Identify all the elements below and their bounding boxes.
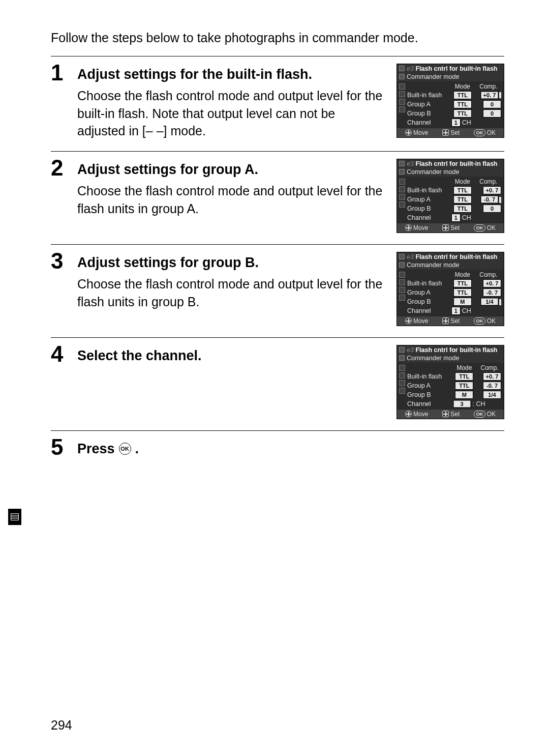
camera-menu-screenshot: e3 Flash cntrl for built-in flash Comman… (396, 159, 504, 233)
press-suffix: . (135, 440, 139, 458)
ok-icon: OK (474, 224, 485, 231)
channel-value: 1 (451, 119, 461, 127)
row-label: Group A (406, 100, 450, 109)
status-set: Set (450, 129, 460, 136)
dpad-icon (442, 129, 449, 136)
mode-value: M (453, 298, 472, 306)
breadcrumb-label: Commander mode (407, 261, 460, 269)
step-item: 4 Select the channel. e3 Flash cntrl for… (51, 338, 504, 430)
menu-row: Group A TTL -0. 7 (406, 288, 502, 297)
press-prefix: Press (77, 440, 115, 458)
row-label: Built-in flash (406, 372, 452, 381)
step-title: Adjust settings for group B. (77, 254, 383, 272)
step-description: Choose the flash control mode and output… (77, 182, 383, 217)
channel-row: Channel 3: CH (406, 399, 502, 409)
status-ok: OK (487, 411, 496, 418)
channel-row: Channel 1CH (406, 213, 502, 222)
channel-value: 3 (453, 400, 471, 408)
breadcrumb-label: Commander mode (407, 168, 460, 176)
mode-value: TTL (453, 205, 472, 213)
side-icon (399, 380, 405, 386)
menu-table: ModeComp. Built-in flash TTL +0. 7 Group… (406, 364, 502, 409)
col-header-comp: Comp. (475, 271, 502, 279)
side-icon (399, 272, 405, 278)
side-icon (399, 194, 405, 200)
status-move: Move (413, 129, 428, 136)
menu-title: e3 Flash cntrl for built-in flash (407, 346, 498, 354)
mode-value: TTL (453, 288, 472, 297)
comp-value: 1/4 (480, 298, 499, 306)
row-label: Built-in flash (406, 279, 450, 288)
col-header-mode: Mode (450, 82, 475, 91)
menu-breadcrumb: Commander mode (397, 261, 504, 270)
ok-icon: OK (474, 317, 485, 325)
step-item: 2 Adjust settings for group A. Choose th… (51, 152, 504, 244)
row-label: Built-in flash (406, 186, 450, 195)
menu-row: Built-in flash TTL +0. 7 (406, 91, 502, 100)
menu-statusbar: Move Set OKOK (397, 128, 504, 137)
menu-table: ModeComp. Built-in flash TTL +0. 7 Group… (406, 271, 502, 315)
menu-statusbar: Move Set OKOK (397, 410, 504, 419)
step-item: 1 Adjust settings for the built-in flash… (51, 56, 504, 151)
cursor-indicator (499, 299, 501, 305)
comp-value: +0. 7 (483, 186, 501, 194)
camera-menu-screenshot: e3 Flash cntrl for built-in flash Comman… (396, 345, 504, 419)
comp-value: 1/4 (483, 391, 501, 399)
page-margin-tab-icon (8, 509, 21, 525)
menu-row: Group B TTL 0 (406, 109, 502, 118)
menu-side-icons (397, 81, 406, 128)
side-icon (399, 186, 405, 192)
comp-value: +0. 7 (483, 279, 501, 287)
ok-button-icon: OK (119, 443, 131, 455)
step-title: Adjust settings for the built-in flash. (77, 66, 383, 83)
intro-text: Follow the steps below to take photograp… (51, 30, 504, 47)
menu-statusbar: Move Set OKOK (397, 316, 504, 326)
side-icon (399, 83, 405, 90)
channel-suffix: CH (462, 307, 471, 314)
comp-value: 0 (483, 100, 501, 108)
manual-page: Follow the steps below to take photograp… (0, 0, 549, 756)
dpad-icon (442, 411, 449, 417)
step-description: Choose the flash control mode and output… (77, 87, 383, 140)
channel-label: Channel (406, 118, 450, 127)
mode-value: TTL (453, 195, 472, 203)
step-title: Adjust settings for group A. (77, 161, 383, 179)
dpad-icon (442, 317, 449, 324)
step-item: 5 Press OK . (51, 431, 504, 473)
comp-value: 0 (483, 205, 501, 213)
comp-value: +0. 7 (483, 372, 501, 381)
mode-value: TTL (453, 109, 472, 118)
step-number: 3 (51, 250, 77, 272)
row-label: Group A (406, 381, 452, 390)
status-ok: OK (487, 224, 496, 231)
titlebar-icon (399, 254, 405, 259)
menu-breadcrumb: Commander mode (397, 168, 504, 177)
side-icon (399, 388, 405, 394)
col-header-mode: Mode (450, 178, 475, 186)
step-number: 1 (51, 62, 77, 84)
channel-suffix: CH (462, 214, 471, 221)
dpad-icon (442, 224, 449, 231)
col-header-comp: Comp. (477, 364, 502, 372)
menu-row: Group B TTL 0 (406, 204, 502, 213)
channel-label: Channel (406, 399, 452, 409)
step-number: 4 (51, 343, 77, 365)
page-number: 294 (51, 718, 72, 733)
titlebar-icon (399, 161, 405, 166)
menu-title: e3 Flash cntrl for built-in flash (407, 253, 498, 260)
col-header-mode: Mode (452, 364, 477, 372)
channel-label: Channel (406, 213, 450, 222)
step-number: 2 (51, 157, 77, 179)
channel-value: 1 (451, 214, 461, 222)
menu-table: ModeComp. Built-in flash TTL +0. 7 Group… (406, 178, 502, 222)
menu-titlebar: e3 Flash cntrl for built-in flash (397, 252, 504, 261)
side-icon (399, 201, 405, 208)
menu-breadcrumb: Commander mode (397, 354, 504, 363)
step-item: 3 Adjust settings for group B. Choose th… (51, 245, 504, 337)
cursor-indicator (499, 92, 501, 98)
mode-value: M (455, 391, 473, 399)
menu-side-icons (397, 363, 406, 410)
side-icon (399, 179, 405, 185)
breadcrumb-icon (399, 169, 405, 175)
side-icon (399, 365, 405, 371)
